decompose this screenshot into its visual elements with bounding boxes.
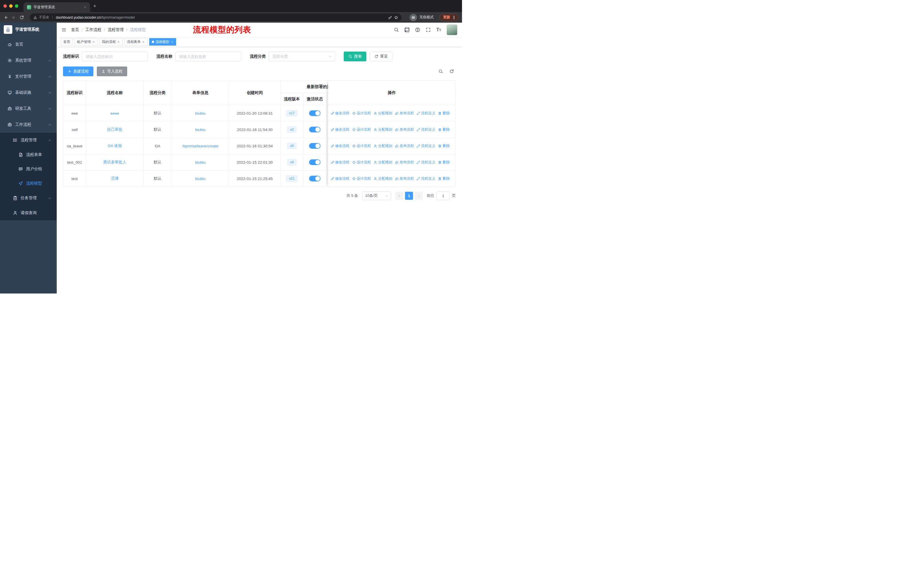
sidebar-item-system[interactable]: 系统管理 — [0, 53, 57, 68]
active-toggle[interactable] — [309, 176, 320, 182]
menu-dots-icon[interactable] — [452, 15, 456, 20]
process-definition-link[interactable]: 流程定义 — [416, 127, 436, 132]
next-page-button[interactable] — [415, 192, 423, 200]
toggle-search-icon[interactable] — [439, 69, 443, 74]
process-name-link[interactable]: 滔博 — [111, 176, 119, 181]
sidebar-item-infrastructure[interactable]: 基础设施 — [0, 84, 57, 101]
delete-link[interactable]: 删除 — [438, 160, 450, 165]
breadcrumb-workflow[interactable]: 工作流程 — [85, 27, 101, 32]
tag-home[interactable]: 首页 — [61, 38, 73, 46]
design-process-link[interactable]: 设计流程 — [352, 127, 371, 132]
browser-update-button[interactable]: 更新 — [439, 14, 459, 21]
edit-process-link[interactable]: 修改流程 — [330, 144, 350, 149]
minimize-window-button[interactable] — [9, 4, 13, 8]
active-toggle[interactable] — [309, 127, 320, 132]
close-icon[interactable] — [171, 40, 173, 43]
process-definition-link[interactable]: 流程定义 — [416, 144, 436, 149]
page-size-select[interactable]: 10条/页 — [362, 192, 391, 200]
app-logo[interactable]: 芋道管理系统 — [0, 23, 57, 36]
design-process-link[interactable]: 设计流程 — [352, 111, 371, 116]
assign-rule-link[interactable]: 分配规则 — [373, 160, 393, 165]
process-name-link[interactable]: OA 请假 — [108, 143, 122, 149]
sidebar-item-user-group[interactable]: 用户分组 — [0, 162, 57, 176]
process-definition-link[interactable]: 流程定义 — [416, 160, 436, 165]
sidebar-item-devtools[interactable]: 研发工具 — [0, 101, 57, 117]
assign-rule-link[interactable]: 分配规则 — [373, 127, 393, 132]
publish-process-link[interactable]: 发布流程 — [395, 144, 414, 149]
search-icon[interactable] — [394, 27, 399, 32]
password-key-icon[interactable] — [388, 15, 392, 20]
reset-button[interactable]: 重置 — [370, 51, 393, 61]
address-bar[interactable]: 不安全 dashboard.yudao.iocoder.cn/bpm/manag… — [30, 13, 402, 21]
close-icon[interactable] — [117, 40, 120, 43]
delete-link[interactable]: 删除 — [438, 176, 450, 181]
github-icon[interactable] — [404, 27, 409, 32]
new-tab-button[interactable] — [93, 4, 97, 8]
sidebar-item-process-management[interactable]: 流程管理 — [0, 133, 57, 147]
form-link[interactable]: /bpm/oa/leave/create — [182, 144, 218, 148]
design-process-link[interactable]: 设计流程 — [352, 160, 371, 165]
prev-page-button[interactable] — [395, 192, 403, 200]
delete-link[interactable]: 删除 — [438, 144, 450, 149]
sidebar-item-workflow[interactable]: 工作流程 — [0, 117, 57, 133]
process-definition-link[interactable]: 流程定义 — [416, 111, 436, 116]
current-page-button[interactable]: 1 — [405, 192, 413, 200]
breadcrumb-home[interactable]: 首页 — [71, 27, 79, 32]
fullscreen-icon[interactable] — [426, 27, 431, 32]
edit-process-link[interactable]: 修改流程 — [330, 127, 350, 132]
zoom-window-button[interactable] — [15, 4, 18, 8]
active-toggle[interactable] — [309, 159, 320, 165]
tag-tenant-management[interactable]: 租户管理 — [74, 38, 98, 46]
tag-process-form[interactable]: 流程表单 — [124, 38, 147, 46]
sidebar-item-home[interactable]: 首页 — [0, 36, 57, 53]
assign-rule-link[interactable]: 分配规则 — [373, 111, 393, 116]
search-button[interactable]: 搜索 — [344, 51, 366, 61]
sidebar-item-leave-query[interactable]: 请假查询 — [0, 205, 57, 220]
reload-icon[interactable] — [20, 15, 24, 20]
forward-icon[interactable] — [12, 15, 16, 20]
assign-rule-link[interactable]: 分配规则 — [373, 144, 393, 149]
import-process-button[interactable]: 导入流程 — [97, 66, 127, 76]
create-process-button[interactable]: 新建流程 — [63, 66, 93, 76]
bookmark-star-icon[interactable] — [394, 15, 398, 20]
publish-process-link[interactable]: 发布流程 — [395, 176, 414, 181]
process-name-link[interactable]: 自己审批 — [107, 127, 122, 132]
process-definition-link[interactable]: 流程定义 — [416, 176, 436, 181]
back-icon[interactable] — [3, 15, 8, 20]
design-process-link[interactable]: 设计流程 — [352, 144, 371, 149]
process-category-select[interactable]: 流程分类 — [269, 51, 335, 61]
tag-process-model[interactable]: 流程模型 — [149, 38, 176, 46]
delete-link[interactable]: 删除 — [438, 111, 450, 116]
user-avatar[interactable] — [447, 24, 457, 35]
process-name-link[interactable]: eeee — [110, 111, 119, 116]
sidebar-item-process-form[interactable]: 流程表单 — [0, 147, 57, 162]
form-link[interactable]: biubiu — [195, 127, 205, 132]
sidebar-item-task-management[interactable]: 任务管理 — [0, 190, 57, 205]
form-link[interactable]: biubiu — [195, 111, 205, 116]
publish-process-link[interactable]: 发布流程 — [395, 160, 414, 165]
edit-process-link[interactable]: 修改流程 — [330, 160, 350, 165]
browser-tab[interactable]: 芋道管理系统 — [23, 2, 90, 12]
refresh-table-icon[interactable] — [449, 69, 454, 74]
process-name-input[interactable] — [175, 51, 241, 61]
goto-page-input[interactable] — [437, 192, 450, 200]
active-toggle[interactable] — [309, 110, 320, 116]
process-name-link[interactable]: 测试多审批人 — [103, 160, 126, 165]
delete-link[interactable]: 删除 — [438, 127, 450, 132]
edit-process-link[interactable]: 修改流程 — [330, 111, 350, 116]
active-toggle[interactable] — [309, 143, 320, 149]
help-icon[interactable] — [415, 27, 420, 32]
close-icon[interactable] — [142, 40, 145, 43]
sidebar-item-process-model[interactable]: 流程模型 — [0, 176, 57, 190]
font-size-icon[interactable]: TT — [436, 27, 441, 32]
security-chip[interactable]: 不安全 — [33, 15, 49, 20]
tag-my-process[interactable]: 我的流程 — [99, 38, 122, 46]
assign-rule-link[interactable]: 分配规则 — [373, 176, 393, 181]
publish-process-link[interactable]: 发布流程 — [395, 111, 414, 116]
design-process-link[interactable]: 设计流程 — [352, 176, 371, 181]
breadcrumb-process-management[interactable]: 流程管理 — [108, 27, 124, 32]
sidebar-collapse-icon[interactable] — [57, 23, 71, 37]
form-link[interactable]: biubiu — [195, 177, 205, 181]
tab-close-icon[interactable] — [84, 6, 86, 8]
sidebar-item-payment[interactable]: 支付管理 — [0, 68, 57, 84]
